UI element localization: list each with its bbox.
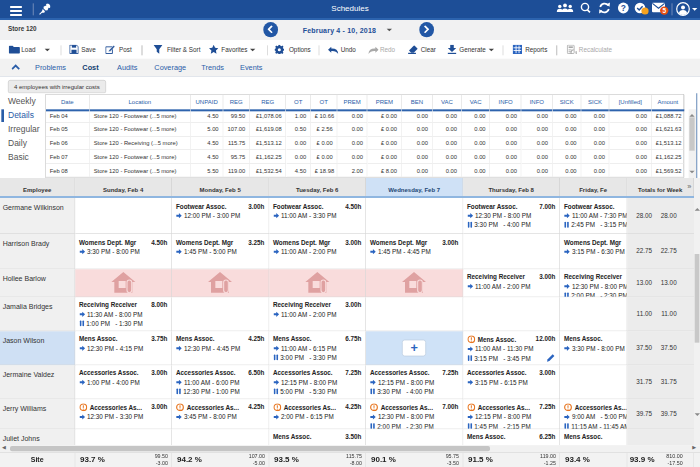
svg-text:?: ?	[620, 3, 625, 13]
svg-text:5: 5	[662, 7, 666, 14]
